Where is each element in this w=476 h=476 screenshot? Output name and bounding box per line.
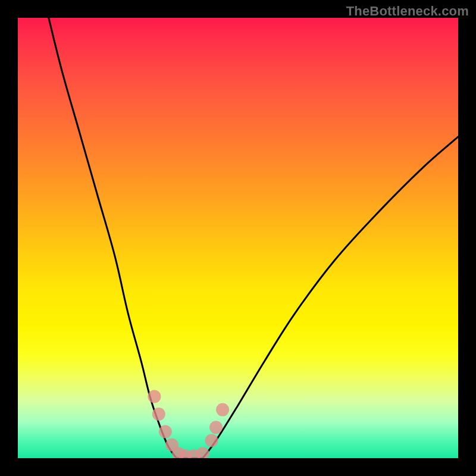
chart-svg bbox=[18, 18, 458, 458]
marker-beads-1 bbox=[152, 408, 165, 421]
marker-beads-8 bbox=[205, 434, 218, 447]
watermark-text: TheBottleneck.com bbox=[346, 4, 469, 19]
series-right-curve bbox=[203, 137, 458, 458]
chart-container: TheBottleneck.com bbox=[0, 0, 476, 476]
curve-layer bbox=[49, 18, 458, 458]
marker-beads-2 bbox=[159, 425, 172, 439]
marker-beads-7 bbox=[196, 447, 209, 458]
plot-area bbox=[18, 18, 458, 458]
marker-beads-0 bbox=[148, 390, 161, 403]
marker-beads-10 bbox=[216, 403, 229, 416]
marker-beads-9 bbox=[209, 421, 223, 434]
